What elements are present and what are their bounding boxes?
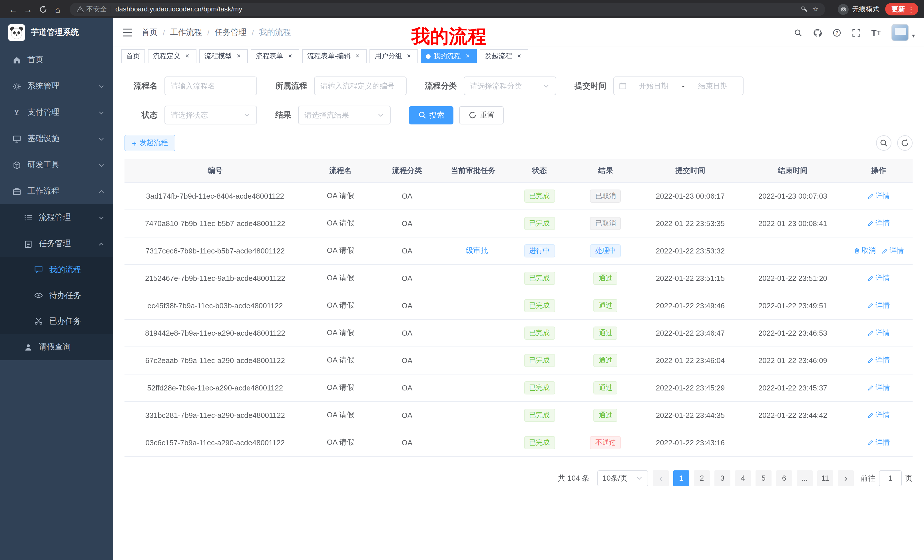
sidebar-item-devtools[interactable]: 研发工具 (0, 152, 113, 178)
parent-process-input-field[interactable] (320, 82, 400, 90)
sidebar-item-infra[interactable]: 基础设施 (0, 126, 113, 152)
key-icon[interactable] (801, 5, 808, 13)
tab-7[interactable]: 发起流程× (480, 49, 528, 63)
breadcrumb-item[interactable]: 工作流程 (170, 27, 202, 38)
close-icon[interactable]: × (405, 52, 413, 60)
github-icon[interactable] (813, 28, 822, 37)
toolbar-right (876, 135, 913, 151)
page-button-1[interactable]: 1 (673, 470, 689, 486)
sidebar-item-my-process[interactable]: 我的流程 (0, 257, 113, 283)
browser-update-button[interactable]: 更新 ⋮ (885, 3, 918, 15)
detail-link[interactable]: 详情 (867, 410, 890, 420)
yen-icon: ¥ (11, 108, 22, 117)
detail-link[interactable]: 详情 (867, 328, 890, 338)
toggle-search-button[interactable] (876, 135, 891, 151)
refresh-table-button[interactable] (897, 135, 913, 151)
prev-page-button[interactable]: ‹ (653, 470, 669, 486)
tab-5[interactable]: 用户分组× (369, 49, 418, 63)
current-task-link[interactable]: 一级审批 (458, 246, 488, 255)
next-page-button[interactable]: › (838, 470, 854, 486)
help-icon[interactable]: ? (832, 28, 841, 37)
monitor-icon (11, 135, 22, 143)
tab-0[interactable]: 首页 (121, 49, 145, 63)
search-icon[interactable] (794, 28, 802, 37)
tab-1[interactable]: 流程定义× (148, 49, 196, 63)
cell-end-time (741, 429, 844, 456)
cell-process-name: OA 请假 (306, 346, 375, 374)
incognito-badge[interactable]: 无痕模式 (838, 4, 879, 15)
cancel-link[interactable]: 取消 (854, 246, 876, 256)
process-name-input-field[interactable] (171, 82, 251, 90)
search-button[interactable]: 搜索 (409, 106, 453, 124)
submit-time-range-picker[interactable]: 开始日期 - 结束日期 (614, 76, 744, 95)
address-bar[interactable]: 不安全 dashboard.yudao.iocoder.cn/bpm/task/… (70, 3, 825, 16)
browser-back-icon[interactable]: ← (6, 2, 21, 16)
jump-page-input[interactable] (879, 470, 902, 486)
reset-button[interactable]: 重置 (459, 106, 504, 124)
fullscreen-icon[interactable] (852, 28, 860, 37)
select-placeholder: 请选择流结果 (304, 110, 349, 120)
detail-link[interactable]: 详情 (867, 383, 890, 392)
detail-link[interactable]: 详情 (867, 355, 890, 365)
sidebar-item-process-mgmt[interactable]: 流程管理 (0, 204, 113, 231)
detail-link[interactable]: 详情 (867, 219, 890, 228)
bookmark-star-icon[interactable]: ☆ (812, 5, 818, 13)
cell-process-name: OA 请假 (306, 374, 375, 401)
fontsize-icon[interactable]: TT (871, 28, 880, 37)
close-icon[interactable]: × (464, 52, 472, 60)
home-icon (11, 55, 22, 64)
sidebar-item-workflow[interactable]: 工作流程 (0, 178, 113, 204)
browser-reload-icon[interactable] (35, 2, 50, 16)
sidebar-toggle-icon[interactable] (122, 28, 132, 36)
app-logo[interactable]: 芋道管理系统 (0, 18, 113, 47)
cell-process-name: OA 请假 (306, 401, 375, 429)
sidebar-item-done-tasks[interactable]: 已办任务 (0, 308, 113, 334)
sidebar-item-label: 待办任务 (49, 290, 105, 301)
close-icon[interactable]: × (183, 52, 191, 60)
close-icon[interactable]: × (515, 52, 523, 60)
sidebar-item-home[interactable]: 首页 (0, 47, 113, 73)
detail-link[interactable]: 详情 (867, 437, 890, 447)
browser-home-icon[interactable]: ⌂ (50, 2, 65, 16)
tab-2[interactable]: 流程模型× (199, 49, 248, 63)
avatar[interactable] (891, 24, 909, 41)
close-icon[interactable]: × (235, 52, 243, 60)
breadcrumb-item[interactable]: 首页 (142, 27, 158, 38)
tab-4[interactable]: 流程表单-编辑× (302, 49, 367, 63)
page-button-2[interactable]: 2 (694, 470, 710, 486)
sidebar-item-system[interactable]: 系统管理 (0, 73, 113, 99)
tab-6[interactable]: 我的流程× (421, 49, 477, 63)
tab-3[interactable]: 流程表单× (251, 49, 299, 63)
page-button-5[interactable]: 5 (756, 470, 771, 486)
detail-link[interactable]: 详情 (867, 191, 890, 201)
cell-actions: 详情 (845, 374, 913, 401)
filter-result: 结果 请选择流结果 (275, 106, 391, 124)
status-select[interactable]: 请选择状态 (165, 106, 257, 124)
close-icon[interactable]: × (286, 52, 294, 60)
detail-link[interactable]: 详情 (867, 301, 890, 310)
result-select[interactable]: 请选择流结果 (298, 106, 391, 124)
detail-link[interactable]: 详情 (867, 273, 890, 283)
sidebar-item-todo-tasks[interactable]: 待办任务 (0, 283, 113, 308)
page-button-3[interactable]: 3 (714, 470, 730, 486)
sidebar-item-task-mgmt[interactable]: 任务管理 (0, 231, 113, 257)
create-process-button[interactable]: + 发起流程 (124, 135, 176, 151)
parent-process-input[interactable] (314, 76, 406, 95)
page-button-11[interactable]: 11 (817, 470, 833, 486)
chevron-down-icon (243, 111, 251, 119)
sidebar-item-payment[interactable]: ¥支付管理 (0, 99, 113, 126)
process-name-input[interactable] (165, 76, 257, 95)
cell-submit-time: 2022-01-22 23:43:16 (640, 429, 741, 456)
page-size-select[interactable]: 10条/页 (597, 470, 648, 486)
browser-menu-icon[interactable]: ⋮ (908, 5, 915, 13)
browser-forward-icon[interactable]: → (21, 2, 35, 16)
detail-link[interactable]: 详情 (882, 246, 904, 256)
category-select[interactable]: 请选择流程分类 (464, 76, 556, 95)
sidebar-item-leave-query[interactable]: 请假查询 (0, 334, 113, 360)
close-icon[interactable]: × (354, 52, 362, 60)
page-button-6[interactable]: 6 (776, 470, 792, 486)
page-button-4[interactable]: 4 (735, 470, 751, 486)
more-pages-button[interactable]: ... (796, 470, 813, 486)
user-menu[interactable]: ▾ (891, 24, 915, 41)
breadcrumb-item[interactable]: 任务管理 (215, 27, 247, 38)
